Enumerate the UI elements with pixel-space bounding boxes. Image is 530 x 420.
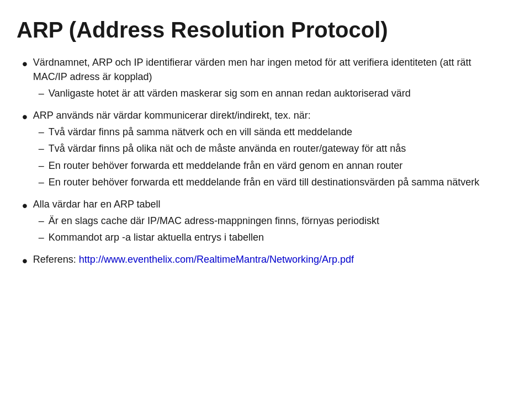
dash-icon: – [39,141,44,156]
sub-list-item: – Två värdar finns på olika nät och de m… [39,141,508,156]
list-item-text: ARP används när värdar kommunicerar dire… [33,110,311,121]
dash-icon: – [39,230,44,244]
sub-list-item-text: Två värdar finns på samma nätverk och en… [49,125,508,139]
list-item: • ARP används när värdar kommunicerar di… [22,108,508,191]
dash-icon: – [39,175,44,189]
reference-link[interactable]: http://www.eventhelix.com/RealtimeMantra… [79,254,354,265]
sub-list-item: – Är en slags cache där IP/MAC adress-ma… [39,214,508,228]
sub-list: – Vanligaste hotet är att värden maskera… [39,86,508,100]
sub-list-item-text: Är en slags cache där IP/MAC adress-mapp… [49,214,508,228]
sub-list-item: – En router behöver forwarda ett meddela… [39,158,508,173]
sub-list: – Två värdar finns på samma nätverk och … [39,125,508,189]
page-title: ARP (Address Resolution Protocol) [17,17,508,43]
dash-icon: – [39,125,44,139]
list-item-text: Alla värdar har en ARP tabell [33,199,161,210]
sub-list-item-text: Vanligaste hotet är att värden maskerar … [49,86,508,100]
referens-prefix: Referens: [33,254,79,265]
main-content: • Värdnamnet, ARP och IP identifierar vä… [17,55,508,273]
bullet-icon: • [22,195,28,217]
sub-list-item-text: En router behöver forwarda ett meddeland… [49,175,508,189]
sub-list-item: – En router behöver forwarda ett meddela… [39,175,508,189]
sub-list-item: – Två värdar finns på samma nätverk och … [39,125,508,139]
sub-list-item: – Kommandot arp -a listar aktuella entry… [39,230,508,244]
list-item: • Värdnamnet, ARP och IP identifierar vä… [22,55,508,103]
main-list: • Värdnamnet, ARP och IP identifierar vä… [22,55,508,273]
list-item-text: Värdnamnet, ARP och IP identifierar värd… [33,57,471,82]
sub-list-item: – Vanligaste hotet är att värden maskera… [39,86,508,100]
dash-icon: – [39,158,44,173]
bullet-icon: • [22,250,28,273]
dash-icon: – [39,86,44,100]
dash-icon: – [39,214,44,228]
sub-list: – Är en slags cache där IP/MAC adress-ma… [39,214,508,244]
bullet-icon: • [22,106,28,129]
list-item-referens: • Referens: http://www.eventhelix.com/Re… [22,252,508,273]
page-container: ARP (Address Resolution Protocol) • Värd… [17,17,508,273]
sub-list-item-text: En router behöver forwarda ett meddeland… [49,158,508,173]
list-item: • Alla värdar har en ARP tabell – Är en … [22,197,508,247]
sub-list-item-text: Två värdar finns på olika nät och de mås… [49,141,508,156]
sub-list-item-text: Kommandot arp -a listar aktuella entrys … [49,230,508,244]
bullet-icon: • [22,53,28,76]
